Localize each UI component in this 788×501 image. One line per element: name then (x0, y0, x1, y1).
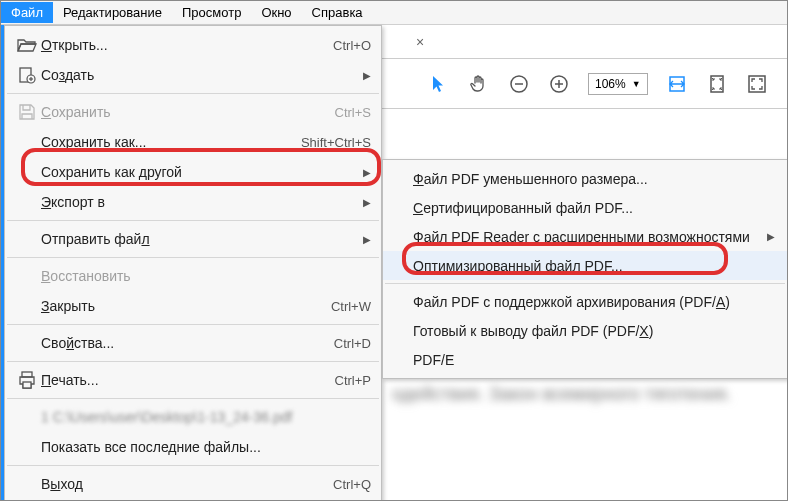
menu-separator (7, 257, 379, 258)
submenu-press-ready-pdfx[interactable]: Готовый к выводу файл PDF (PDF/X) (383, 316, 787, 345)
menu-separator (7, 361, 379, 362)
menu-recent-1[interactable]: 1 C:\Users\user\Desktop\1-13_24-36.pdf (5, 402, 381, 432)
menu-export-to[interactable]: Экспорт в ▶ (5, 187, 381, 217)
svg-rect-13 (23, 382, 31, 388)
zoom-select[interactable]: 106% ▼ (588, 73, 648, 95)
folder-open-icon (13, 37, 41, 53)
menu-close[interactable]: Закрыть Ctrl+W (5, 291, 381, 321)
submenu-reduced-size-pdf[interactable]: Файл PDF уменьшенного размера... (383, 164, 787, 193)
menubar-window[interactable]: Окно (251, 2, 301, 23)
menubar: Файл Редактирование Просмотр Окно Справк… (1, 1, 787, 25)
menu-exit[interactable]: Выход Ctrl+Q (5, 469, 381, 499)
zoom-value: 106% (595, 77, 626, 91)
select-tool-icon[interactable] (428, 73, 450, 95)
menu-save-as-other[interactable]: Сохранить как другой ▶ (5, 157, 381, 187)
menu-save: Сохранить Ctrl+S (5, 97, 381, 127)
menu-create[interactable]: Создать ▶ (5, 60, 381, 90)
hand-tool-icon[interactable] (468, 73, 490, 95)
toolbar: × 106% ▼ (382, 25, 787, 109)
submenu-reader-extended-pdf[interactable]: Файл PDF Reader с расширенными возможнос… (383, 222, 787, 251)
save-as-other-submenu: Файл PDF уменьшенного размера... Сертифи… (382, 159, 788, 379)
menubar-view[interactable]: Просмотр (172, 2, 251, 23)
menu-separator (7, 324, 379, 325)
submenu-arrow-icon: ▶ (357, 70, 371, 81)
submenu-arrow-icon: ▶ (357, 197, 371, 208)
menu-save-as[interactable]: Сохранить как... Shift+Ctrl+S (5, 127, 381, 157)
menubar-help[interactable]: Справка (302, 2, 373, 23)
file-menu: ООткрыть...ткрыть... Ctrl+O Создать ▶ Со… (4, 25, 382, 501)
submenu-certified-pdf[interactable]: Сертифицированный файл PDF... (383, 193, 787, 222)
submenu-archival-pdfa[interactable]: Файл PDF с поддержкой архивирования (PDF… (383, 287, 787, 316)
save-icon (13, 103, 41, 121)
menubar-file[interactable]: Файл (1, 2, 53, 23)
tool-row: 106% ▼ (382, 59, 787, 109)
menu-separator (7, 465, 379, 466)
submenu-arrow-icon: ▶ (357, 167, 371, 178)
menu-separator (7, 220, 379, 221)
zoom-out-icon[interactable] (508, 73, 530, 95)
zoom-in-icon[interactable] (548, 73, 570, 95)
menu-separator (385, 283, 785, 284)
submenu-arrow-icon: ▶ (357, 234, 371, 245)
fullscreen-icon[interactable] (746, 73, 768, 95)
fit-page-icon[interactable] (706, 73, 728, 95)
menu-send-file[interactable]: Отправить файл ▶ (5, 224, 381, 254)
menu-open[interactable]: ООткрыть...ткрыть... Ctrl+O (5, 30, 381, 60)
tab-close-button[interactable]: × (412, 34, 428, 50)
print-icon (13, 371, 41, 389)
create-icon (13, 66, 41, 84)
menu-properties[interactable]: Свойства... Ctrl+D (5, 328, 381, 358)
tab-bar: × (382, 25, 787, 59)
chevron-down-icon: ▼ (632, 79, 641, 89)
menu-show-all-recent[interactable]: Показать все последние файлы... (5, 432, 381, 462)
menu-separator (7, 93, 379, 94)
fit-width-icon[interactable] (666, 73, 688, 95)
svg-rect-12 (22, 372, 32, 377)
menu-print[interactable]: Печать... Ctrl+P (5, 365, 381, 395)
submenu-arrow-icon: ▶ (761, 231, 775, 242)
submenu-optimized-pdf[interactable]: Оптимизированный файл PDF... (383, 251, 787, 280)
submenu-pdfe[interactable]: PDF/E (383, 345, 787, 374)
menubar-edit[interactable]: Редактирование (53, 2, 172, 23)
menu-revert: Восстановить (5, 261, 381, 291)
menu-separator (7, 398, 379, 399)
shortcut: Ctrl+O (333, 38, 371, 53)
